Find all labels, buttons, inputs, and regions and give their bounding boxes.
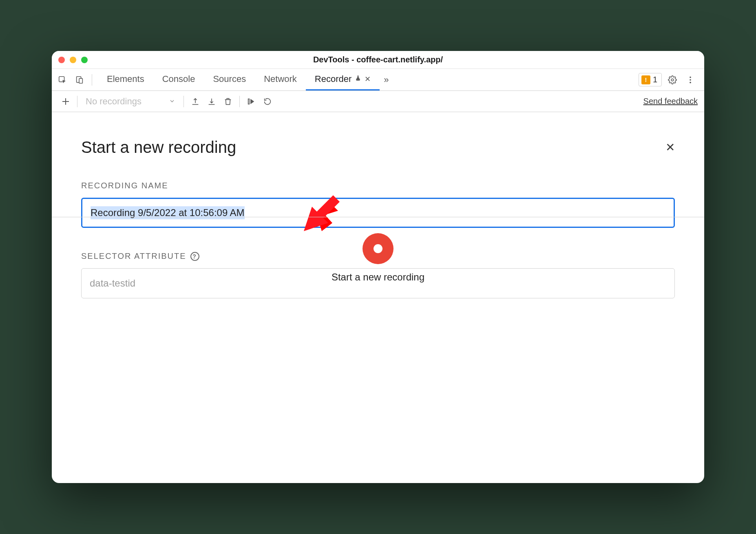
devtools-window: DevTools - coffee-cart.netlify.app/ bbox=[52, 51, 704, 483]
divider bbox=[239, 96, 240, 107]
device-toolbar-icon[interactable] bbox=[72, 73, 87, 87]
step-play-icon[interactable] bbox=[244, 94, 259, 109]
svg-point-6 bbox=[690, 82, 691, 83]
tab-label: Network bbox=[264, 74, 297, 84]
tab-label: Console bbox=[162, 74, 195, 84]
svg-point-5 bbox=[690, 79, 691, 81]
warning-icon: ! bbox=[641, 75, 650, 84]
dropdown-label: No recordings bbox=[86, 96, 141, 107]
svg-point-4 bbox=[690, 76, 691, 78]
close-tab-icon[interactable]: ✕ bbox=[365, 75, 371, 84]
add-recording-button[interactable] bbox=[58, 94, 73, 109]
start-recording-bar: Start a new recording bbox=[52, 217, 704, 298]
tab-label: Sources bbox=[213, 74, 246, 84]
issues-count: 1 bbox=[653, 75, 657, 84]
divider bbox=[77, 96, 77, 107]
replay-icon[interactable] bbox=[260, 94, 275, 109]
divider bbox=[183, 96, 184, 107]
tab-elements[interactable]: Elements bbox=[98, 69, 153, 90]
kebab-menu-icon[interactable] bbox=[683, 73, 698, 87]
svg-rect-2 bbox=[79, 78, 82, 83]
recording-name-label: RECORDING NAME bbox=[81, 181, 675, 190]
tab-console[interactable]: Console bbox=[153, 69, 204, 90]
close-panel-icon[interactable]: ✕ bbox=[665, 141, 675, 154]
inspect-element-icon[interactable] bbox=[55, 73, 70, 87]
window-title: DevTools - coffee-cart.netlify.app/ bbox=[313, 55, 443, 64]
record-indicator-icon bbox=[374, 244, 382, 253]
tab-label: Elements bbox=[107, 74, 144, 84]
record-button[interactable] bbox=[363, 233, 393, 264]
window-controls bbox=[58, 57, 88, 63]
svg-point-3 bbox=[671, 79, 674, 81]
import-icon[interactable] bbox=[204, 94, 219, 109]
experiment-flask-icon bbox=[355, 75, 361, 84]
more-tabs-button[interactable]: » bbox=[380, 69, 393, 90]
close-window-button[interactable] bbox=[58, 57, 65, 63]
tab-network[interactable]: Network bbox=[255, 69, 306, 90]
svg-rect-7 bbox=[248, 99, 250, 104]
minimize-window-button[interactable] bbox=[70, 57, 76, 63]
delete-icon[interactable] bbox=[221, 94, 235, 109]
settings-gear-icon[interactable] bbox=[665, 73, 680, 87]
tab-label: Recorder bbox=[315, 74, 351, 84]
divider bbox=[92, 74, 92, 86]
start-recording-label: Start a new recording bbox=[332, 271, 424, 283]
chevron-down-icon bbox=[169, 96, 175, 107]
page-title: Start a new recording bbox=[81, 138, 236, 157]
send-feedback-link[interactable]: Send feedback bbox=[643, 97, 698, 106]
titlebar: DevTools - coffee-cart.netlify.app/ bbox=[52, 51, 704, 69]
recorder-toolbar: No recordings Send fee bbox=[52, 91, 704, 112]
tab-sources[interactable]: Sources bbox=[204, 69, 255, 90]
tab-recorder[interactable]: Recorder ✕ bbox=[306, 69, 380, 90]
issues-badge[interactable]: ! 1 bbox=[639, 73, 662, 86]
export-icon[interactable] bbox=[188, 94, 203, 109]
maximize-window-button[interactable] bbox=[81, 57, 88, 63]
recordings-dropdown[interactable]: No recordings bbox=[82, 96, 179, 107]
devtools-tabbar: Elements Console Sources Network Recorde… bbox=[52, 69, 704, 91]
